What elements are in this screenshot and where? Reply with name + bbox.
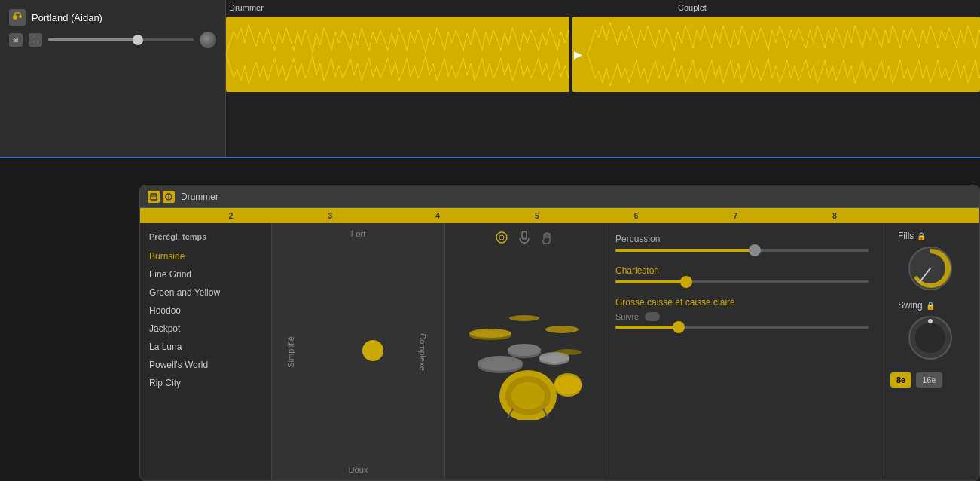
percussion-group: Percussion bbox=[615, 234, 869, 252]
track-header: Portland (Aidan) ⊠ 🎧 bbox=[0, 0, 226, 157]
suivre-toggle[interactable] bbox=[645, 312, 660, 321]
percussion-slider[interactable] bbox=[615, 249, 869, 252]
ruler-mark-2: 2 bbox=[229, 212, 234, 220]
drummer-editor: Drummer 2 3 4 5 6 7 8 Prérégl. temps Bur… bbox=[139, 185, 980, 481]
svg-point-10 bbox=[499, 235, 504, 240]
ruler-mark-5: 5 bbox=[535, 212, 539, 220]
suivre-label: Suivre bbox=[615, 312, 639, 321]
beat-buttons: 8e 16e bbox=[890, 372, 970, 388]
preset-panel: Prérégl. temps Burnside Fine Grind Green… bbox=[140, 223, 272, 480]
fills-knob[interactable] bbox=[908, 246, 953, 291]
drummer-icon-2[interactable] bbox=[163, 191, 175, 203]
swing-lock-icon[interactable]: 🔒 bbox=[926, 302, 935, 310]
charleston-label: Charleston bbox=[615, 265, 869, 276]
fills-lock-icon[interactable]: 🔒 bbox=[917, 232, 926, 240]
ruler-mark-7: 7 bbox=[734, 212, 738, 220]
top-section: Portland (Aidan) ⊠ 🎧 Drummer Couplet bbox=[0, 0, 980, 158]
xy-label-bottom: Doux bbox=[349, 465, 368, 474]
waveform-container: // placeholder bars rendered in CSS bbox=[226, 17, 980, 92]
svg-rect-5 bbox=[151, 194, 157, 200]
drummer-header-icons bbox=[148, 191, 175, 203]
ruler-mark-8: 8 bbox=[832, 212, 837, 220]
kit-icons bbox=[495, 231, 554, 247]
preset-header: Prérégl. temps bbox=[140, 229, 271, 247]
fills-group: Fills 🔒 bbox=[890, 231, 970, 291]
ruler-mark-3: 3 bbox=[328, 212, 333, 220]
xy-label-right: Complexe bbox=[418, 333, 427, 371]
xy-pad[interactable]: Fort Simplifié Complexe Doux bbox=[272, 223, 445, 480]
preset-item-ripcity[interactable]: Rip City bbox=[140, 374, 271, 392]
pan-knob[interactable] bbox=[200, 32, 216, 48]
svg-point-21 bbox=[508, 344, 541, 356]
drummer-body: Prérégl. temps Burnside Fine Grind Green… bbox=[140, 223, 979, 480]
grosse-caisse-slider[interactable] bbox=[615, 326, 869, 329]
beat-8-button[interactable]: 8e bbox=[890, 372, 911, 388]
drummer-title: Drummer bbox=[181, 191, 218, 202]
ruler-marks: 2 3 4 5 6 7 8 bbox=[146, 208, 973, 223]
svg-point-15 bbox=[545, 326, 579, 333]
preset-item-powellsworld[interactable]: Powell's World bbox=[140, 356, 271, 374]
ruler-bar: 2 3 4 5 6 7 8 bbox=[140, 208, 979, 223]
drummer-icon-1[interactable] bbox=[148, 191, 160, 203]
swing-knob[interactable] bbox=[908, 315, 953, 360]
preset-item-greenandyellow[interactable]: Green and Yellow bbox=[140, 283, 271, 302]
track-controls: ⊠ 🎧 bbox=[9, 32, 216, 48]
waveform-block-2[interactable] bbox=[572, 17, 980, 92]
svg-rect-11 bbox=[522, 231, 527, 239]
swing-label-row: Swing 🔒 bbox=[898, 300, 935, 311]
svg-point-0 bbox=[13, 15, 17, 20]
sliders-panel: Percussion Charleston Grosse caisse et c… bbox=[603, 223, 881, 480]
track-name-row: Portland (Aidan) bbox=[9, 9, 216, 26]
svg-point-23 bbox=[539, 352, 569, 363]
beat-16-button[interactable]: 16e bbox=[916, 372, 942, 388]
preset-item-burnside[interactable]: Burnside bbox=[140, 247, 271, 265]
mute-button[interactable]: ⊠ bbox=[9, 33, 23, 47]
headphones-button[interactable]: 🎧 bbox=[29, 33, 42, 47]
drum-kit-svg bbox=[456, 284, 592, 420]
right-panel: Fills 🔒 Swing bbox=[881, 223, 979, 480]
drum-kit-panel bbox=[445, 223, 603, 480]
swing-group: Swing 🔒 bbox=[890, 300, 970, 360]
grosse-caisse-group: Grosse caisse et caisse claire Suivre bbox=[615, 297, 869, 329]
charleston-slider[interactable] bbox=[615, 280, 869, 283]
kit-icon-percussion[interactable] bbox=[495, 231, 508, 247]
preset-item-laluna[interactable]: La Luna bbox=[140, 338, 271, 356]
kit-icon-hand[interactable] bbox=[540, 231, 554, 247]
preset-item-finegrind[interactable]: Fine Grind bbox=[140, 265, 271, 283]
ruler-mark-6: 6 bbox=[634, 212, 639, 220]
grosse-caisse-label: Grosse caisse et caisse claire bbox=[615, 297, 735, 308]
waveform-block-1[interactable]: // placeholder bars rendered in CSS bbox=[226, 17, 569, 92]
svg-point-4 bbox=[19, 15, 22, 18]
ruler-mark-4: 4 bbox=[435, 212, 440, 220]
kit-icon-mic[interactable] bbox=[517, 231, 531, 247]
timeline-area: Drummer Couplet // placeholder bars rend… bbox=[226, 0, 980, 157]
xy-label-top: Fort bbox=[351, 229, 366, 238]
svg-point-28 bbox=[554, 373, 582, 394]
swing-label: Swing bbox=[898, 300, 923, 311]
preset-item-jackpot[interactable]: Jackpot bbox=[140, 320, 271, 338]
track-type-icon bbox=[9, 9, 26, 26]
drummer-header: Drummer bbox=[140, 185, 979, 208]
svg-point-14 bbox=[469, 329, 511, 338]
svg-point-35 bbox=[915, 323, 945, 353]
svg-point-36 bbox=[928, 319, 933, 323]
svg-point-19 bbox=[478, 356, 523, 371]
xy-dot[interactable] bbox=[362, 340, 383, 361]
percussion-label: Percussion bbox=[615, 234, 869, 244]
section-label-drummer: Drummer bbox=[229, 3, 264, 12]
xy-label-left: Simplifié bbox=[286, 336, 295, 368]
fills-label: Fills bbox=[898, 231, 914, 241]
svg-point-9 bbox=[496, 232, 507, 243]
track-name-label: Portland (Aidan) bbox=[32, 12, 102, 23]
fills-label-row: Fills 🔒 bbox=[898, 231, 926, 241]
preset-item-hoodoo[interactable]: Hoodoo bbox=[140, 302, 271, 320]
section-label-couplet: Couplet bbox=[678, 3, 707, 12]
volume-slider[interactable] bbox=[48, 38, 194, 41]
svg-point-16 bbox=[509, 315, 539, 321]
svg-point-26 bbox=[511, 382, 545, 409]
charleston-group: Charleston bbox=[615, 265, 869, 283]
